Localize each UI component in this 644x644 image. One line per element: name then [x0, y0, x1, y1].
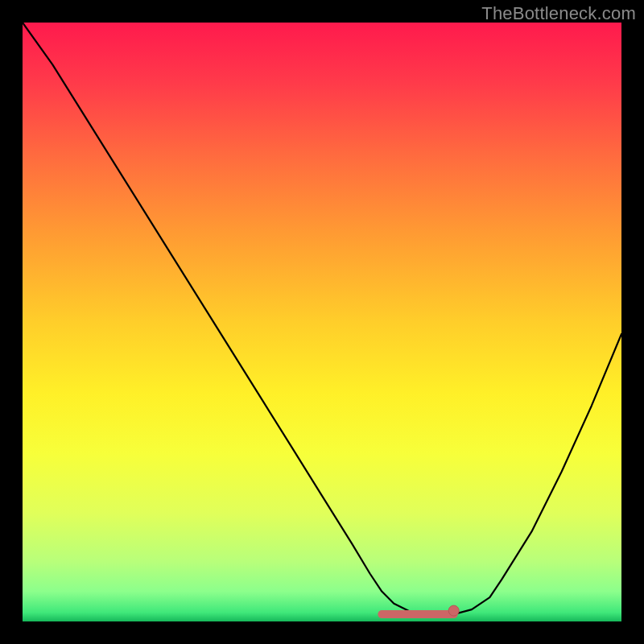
chart-frame: TheBottleneck.com	[0, 0, 644, 644]
plot-area	[23, 23, 621, 621]
bottleneck-curve	[23, 23, 621, 621]
optimal-point-marker	[448, 605, 459, 616]
watermark-text: TheBottleneck.com	[481, 3, 636, 24]
